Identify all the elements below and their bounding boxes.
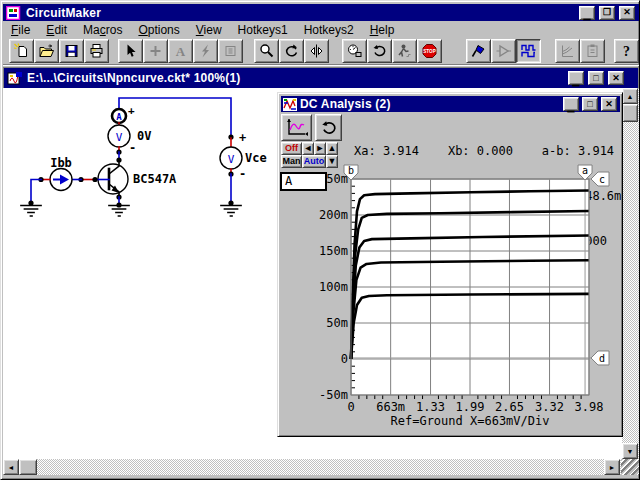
doc-close-button[interactable]: ✕ [608, 71, 624, 85]
probe-tool-button[interactable] [466, 39, 491, 63]
dc-maximize-button[interactable]: □ [582, 97, 598, 111]
mirror-icon [308, 43, 325, 59]
x-tick-label: 3.98 [575, 400, 604, 414]
doc-maximize-button[interactable]: □ [588, 71, 604, 85]
cursor-flag-letter: a [582, 165, 588, 176]
voltmeter-letter-1: V [116, 131, 123, 144]
dc-analysis-icon [283, 98, 297, 111]
dc-reset-button[interactable] [315, 114, 342, 141]
select-tool-button[interactable] [118, 39, 143, 63]
save-icon [63, 43, 80, 59]
meter-plus-sign: + [128, 104, 135, 117]
current-source-label: Ibb [50, 156, 72, 170]
ground-symbols [21, 206, 241, 217]
vce-label: Vce [245, 151, 267, 165]
trace-label-box[interactable]: A [280, 172, 327, 191]
dc-analysis-plot[interactable]: 250m200m150m100m50m0-50m0663m1.331.992.6… [302, 164, 614, 430]
place-part-icon [147, 43, 164, 59]
title-bar: CircuitMaker ▁ ❐ ✕ [3, 4, 639, 21]
doc-minimize-button[interactable]: ▁ [568, 71, 584, 85]
select-arrow-icon [122, 43, 139, 59]
cursor-up-button[interactable]: ▲ [326, 142, 338, 155]
x-tick-label: 0 [347, 400, 354, 414]
device-editor-button[interactable] [580, 39, 605, 63]
curve-tracer-button[interactable] [555, 39, 580, 63]
close-button[interactable]: ✕ [619, 6, 635, 20]
y-tick-label: 150m [319, 244, 348, 258]
man-button[interactable]: Man [281, 155, 302, 168]
y-tick-label: 100m [319, 280, 348, 294]
analyses-setup-button[interactable] [342, 39, 367, 63]
vce-minus-sign: - [239, 167, 246, 181]
cursor-left-button[interactable]: ◄ [302, 142, 314, 155]
waveforms-icon [520, 43, 537, 59]
x-tick-label: 3.32 [535, 400, 564, 414]
x-tick-label: 1.99 [456, 400, 485, 414]
dc-analysis-window: DC Analysis (2) ▁ □ ✕ Xa: 3.914 Xb: 0.00… [277, 92, 623, 437]
application-window: CircuitMaker ▁ ❐ ✕ FileEditMacrosOptions… [0, 0, 640, 480]
reset-button[interactable] [367, 39, 392, 63]
scroll-up-button[interactable]: ▲ [622, 88, 638, 104]
off-button[interactable]: Off [281, 142, 302, 155]
dc-analysis-title-bar: DC Analysis (2) ▁ □ ✕ [281, 96, 620, 112]
resize-grip[interactable] [621, 459, 639, 475]
zoom-tool-button[interactable] [254, 39, 279, 63]
wire-tool-button[interactable] [193, 39, 218, 63]
step-icon [396, 43, 413, 59]
new-document-icon [13, 43, 30, 59]
vertical-scroll-thumb[interactable] [622, 104, 638, 122]
naming-tool-icon [222, 43, 239, 59]
cursor-flag-letter: c [599, 174, 605, 185]
cursor-flag-letter: b [348, 165, 354, 176]
menu-hotkeys1[interactable]: Hotkeys1 [230, 22, 296, 38]
cursor-right-button[interactable]: ► [314, 142, 326, 155]
x-tick-label: 2.65 [495, 400, 524, 414]
document-title-bar: E:\...\Circuits\Npncurve.ckt* 100%(1) ▁ … [3, 67, 639, 88]
dc-minimize-button[interactable]: ▁ [563, 97, 579, 111]
rotate-button[interactable] [279, 39, 304, 63]
open-button[interactable] [34, 39, 59, 63]
menu-file[interactable]: File [3, 22, 38, 38]
scroll-down-button[interactable]: ▼ [622, 443, 638, 459]
waveform-settings-button[interactable] [281, 114, 312, 141]
analog-digital-button[interactable] [491, 39, 516, 63]
step-button[interactable] [392, 39, 417, 63]
place-part-button[interactable] [143, 39, 168, 63]
menu-view[interactable]: View [188, 22, 230, 38]
naming-tool-button[interactable] [218, 39, 243, 63]
print-button[interactable] [84, 39, 109, 63]
scroll-right-button[interactable]: ► [604, 459, 620, 475]
help-button[interactable]: ? [614, 39, 639, 63]
restore-button[interactable]: ❐ [599, 6, 615, 20]
device-editor-icon [584, 43, 601, 59]
menu-hotkeys2[interactable]: Hotkeys2 [296, 22, 362, 38]
scroll-left-button[interactable]: ◄ [3, 459, 19, 475]
horizontal-scroll-thumb[interactable] [19, 459, 37, 475]
menu-options[interactable]: Options [130, 22, 187, 38]
menu-help[interactable]: Help [362, 22, 403, 38]
text-tool-icon: A [172, 43, 189, 59]
mirror-button[interactable] [304, 39, 329, 63]
text-tool-button[interactable]: A [168, 39, 193, 63]
menu-macros[interactable]: Macros [75, 22, 130, 38]
vertical-scrollbar[interactable]: ▲ ▼ [622, 88, 639, 459]
x-tick-label: 663m [376, 400, 405, 414]
open-folder-icon [38, 43, 55, 59]
stop-button[interactable]: STOP [417, 39, 442, 63]
new-document-button[interactable] [9, 39, 34, 63]
menu-edit[interactable]: Edit [38, 22, 75, 38]
help-icon: ? [618, 43, 635, 59]
y-tick-label: -50m [319, 388, 348, 402]
print-icon [88, 43, 105, 59]
document-title: E:\...\Circuits\Npncurve.ckt* 100%(1) [27, 71, 240, 85]
dc-analysis-title: DC Analysis (2) [300, 97, 391, 111]
circuit-schematic: A + V 0V - BC547A [3, 88, 303, 253]
svg-text:?: ? [623, 44, 630, 59]
waveforms-button[interactable] [516, 39, 541, 63]
save-button[interactable] [59, 39, 84, 63]
horizontal-scrollbar[interactable]: ◄ ► [3, 459, 621, 475]
minimize-button[interactable]: ▁ [579, 6, 595, 20]
dc-reset-icon [320, 119, 338, 137]
dc-close-button[interactable]: ✕ [601, 97, 617, 111]
meter-value-label: 0V [137, 129, 151, 143]
